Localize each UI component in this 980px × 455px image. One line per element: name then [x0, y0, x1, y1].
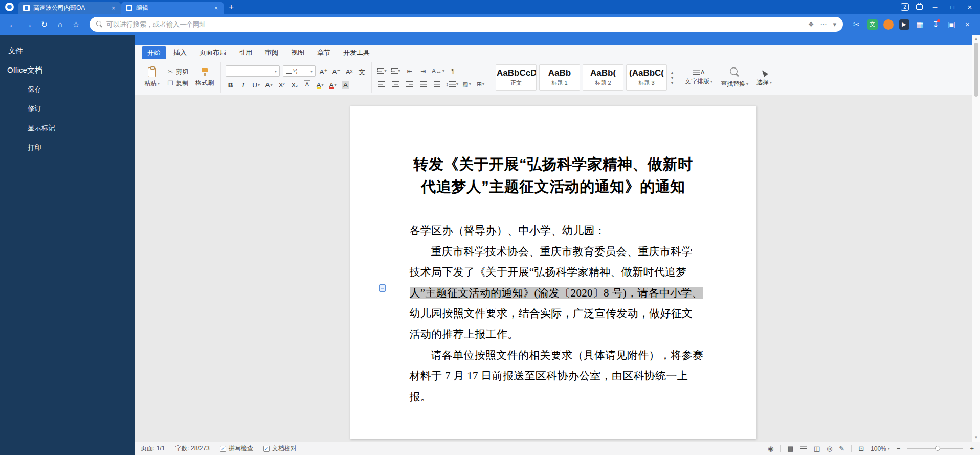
store-icon[interactable] [916, 4, 923, 10]
window-minimize-button[interactable]: ─ [930, 4, 940, 11]
tab-close-icon[interactable]: × [213, 5, 219, 12]
tab-close-icon[interactable]: × [110, 5, 116, 12]
align-left-button[interactable] [376, 79, 387, 89]
back-button[interactable]: ← [5, 17, 20, 32]
browser-tab[interactable]: 编辑 × [121, 2, 224, 14]
line-spacing-button[interactable]: ↕▾ [446, 79, 458, 89]
browser-tab[interactable]: 高速波公司内部OA × [18, 2, 121, 14]
ribbon-tab[interactable]: 视图 [285, 46, 310, 59]
forward-button[interactable]: → [21, 17, 36, 32]
window-maximize-button[interactable]: □ [947, 4, 957, 11]
italic-button[interactable]: I [238, 79, 248, 89]
two-page-view-icon[interactable]: ◫ [814, 445, 820, 452]
notification-badge[interactable]: 2 [901, 3, 909, 11]
char-shading-button[interactable]: A [341, 79, 350, 89]
select-button[interactable]: 选择▾ [754, 67, 774, 88]
ribbon-tab[interactable]: 章节 [311, 46, 336, 59]
download-icon[interactable]: ↧ [928, 17, 943, 32]
document-text-line[interactable]: 请各单位按照文件的相关要求（具体请见附件），将参赛 [410, 345, 697, 366]
document-text-line[interactable]: 重庆市科学技术协会、重庆市教育委员会、重庆市科学 [410, 241, 697, 262]
zoom-level[interactable]: 100%▾ [871, 445, 890, 452]
browser-logo[interactable] [0, 0, 18, 14]
sidebar-item[interactable]: 保存 [0, 80, 135, 99]
ribbon-tab[interactable]: 插入 [168, 46, 192, 59]
sidebar-item-file[interactable]: 文件 [0, 42, 135, 61]
address-input[interactable] [106, 20, 804, 28]
style-card[interactable]: AaBb( 标题 2 [583, 64, 623, 91]
paragraph-mark-button[interactable]: ¶ [448, 66, 458, 76]
font-size-select[interactable]: 三号▾ [283, 65, 316, 77]
style-card[interactable]: (AaBbC( 标题 3 [626, 64, 667, 91]
web-view-icon[interactable]: ◎ [827, 445, 832, 452]
scroll-up-icon[interactable]: ▲ [974, 36, 978, 41]
font-name-select[interactable]: ▾ [226, 65, 280, 77]
superscript-button[interactable]: X² [277, 79, 286, 89]
document-text-line[interactable]: 幼儿园按照文件要求，结合实际，广泛宣传发动，做好征文 [410, 303, 697, 324]
find-replace-button[interactable]: 查找替换▾ [719, 66, 750, 89]
shading-button[interactable]: ▨▾ [461, 79, 472, 89]
grow-font-button[interactable]: A⁺ [319, 66, 328, 76]
borders-button[interactable]: ⊞▾ [475, 79, 486, 89]
apps-grid-icon[interactable]: ▦ [912, 17, 927, 32]
paste-button[interactable]: 粘贴▾ [142, 66, 162, 89]
spellcheck-toggle[interactable]: ✓拼写检查 [220, 444, 253, 453]
char-layout-button[interactable]: A↔▾ [432, 66, 444, 76]
proofread-toggle[interactable]: ✓文档校对 [263, 444, 297, 453]
char-border-button[interactable]: A [302, 79, 312, 89]
outline-view-icon[interactable] [800, 446, 807, 451]
copy-button[interactable]: ❐复制 [166, 79, 189, 88]
strikethrough-button[interactable]: A▾ [264, 79, 274, 89]
pinyin-guide-button[interactable]: 文 [357, 66, 367, 76]
document-text-line[interactable]: 材料于 7 月 17 日前报送至区科协办公室，由区科协统一上 [410, 366, 697, 386]
ribbon-tab[interactable]: 引用 [233, 46, 258, 59]
sidebar-item[interactable]: 修订 [0, 99, 135, 119]
page-layout-view-icon[interactable]: ▤ [787, 445, 793, 452]
document-text-line[interactable]: 报。 [410, 386, 697, 407]
underline-button[interactable]: U▾ [251, 79, 261, 89]
ribbon-tab[interactable]: 开发工具 [338, 46, 375, 59]
font-color-button[interactable]: A▾ [328, 79, 338, 89]
zoom-in-button[interactable]: + [970, 445, 974, 452]
vertical-scrollbar[interactable]: ▲ ▼ [972, 35, 980, 442]
scrollbar-thumb[interactable] [974, 43, 978, 97]
style-card[interactable]: AaBb 标题 1 [539, 64, 580, 91]
decrease-indent-button[interactable]: ⇤ [404, 66, 415, 76]
document-title[interactable]: 转发《关于开展“弘扬科学家精神、做新时代追梦人”主题征文活动的通知》的通知 [410, 153, 697, 198]
spellcheck-checkbox-icon[interactable]: ✓ [220, 446, 226, 452]
sidebar-item[interactable]: 显示标记 [0, 119, 135, 138]
bold-button[interactable]: B [226, 79, 235, 89]
ribbon-tab[interactable]: 页面布局 [194, 46, 232, 59]
video-icon[interactable]: ▶ [897, 17, 911, 32]
proofread-checkbox-icon[interactable]: ✓ [263, 446, 270, 452]
home-button[interactable]: ⌂ [53, 17, 68, 32]
translate-icon[interactable]: 文 [865, 17, 880, 32]
increase-indent-button[interactable]: ⇥ [418, 66, 429, 76]
multi-window-icon[interactable]: ▣ [944, 17, 959, 32]
annotate-pencil-icon[interactable]: ✎ [839, 445, 844, 452]
gallery-up-icon[interactable]: ▴ [671, 70, 673, 75]
style-card[interactable]: AaBbCcDd 正文 [496, 64, 537, 91]
cut-button[interactable]: ✂剪切 [166, 67, 189, 77]
ribbon-tab[interactable]: 开始 [142, 46, 166, 59]
document-page[interactable]: 转发《关于开展“弘扬科学家精神、做新时代追梦人”主题征文活动的通知》的通知 各学… [350, 106, 756, 439]
bullet-list-button[interactable]: ▾ [376, 66, 387, 76]
numbered-list-button[interactable]: ▾ [390, 66, 401, 76]
align-center-button[interactable] [390, 79, 401, 89]
align-right-button[interactable] [404, 79, 415, 89]
gallery-down-icon[interactable]: ▾ [671, 76, 673, 80]
document-body[interactable]: 各学区办（督导办）、中小学、幼儿园： 重庆市科学技术协会、重庆市教育委员会、重庆… [410, 220, 697, 407]
distribute-button[interactable] [432, 79, 442, 89]
text-layout-button[interactable]: A 文字排版▾ [683, 68, 715, 87]
clear-format-button[interactable]: Aˣ [344, 66, 354, 76]
zoom-slider[interactable] [907, 448, 963, 449]
favorites-button[interactable]: ☆ [69, 17, 83, 32]
justify-button[interactable] [418, 79, 429, 89]
document-text-line[interactable]: 各学区办（督导办）、中小学、幼儿园： [410, 220, 697, 241]
ribbon-tab[interactable]: 审阅 [259, 46, 284, 59]
scroll-down-icon[interactable]: ▼ [974, 435, 978, 440]
address-dropdown-icon[interactable]: ▾ [833, 20, 836, 28]
subscript-button[interactable]: X₂ [289, 79, 299, 89]
eye-protection-icon[interactable]: ◉ [768, 445, 773, 452]
document-text-line[interactable]: 人”主题征文活动的通知》(渝发〔2020〕8 号)，请各中小学、 [410, 283, 697, 304]
page-tools-icon[interactable]: ❖ [808, 20, 814, 28]
